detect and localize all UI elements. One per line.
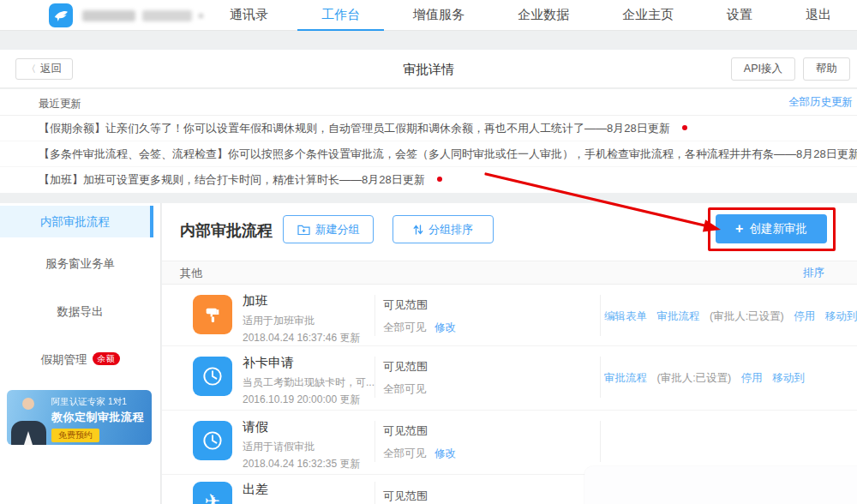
company-name-blurred <box>82 10 203 21</box>
scope-label: 可见范围 <box>383 423 456 439</box>
nav-settings[interactable]: 设置 <box>727 0 752 31</box>
notice-text: 【加班】加班可设置更多规则，结合打卡时间，精准计算时长——8月28日更新 <box>39 173 425 186</box>
approval-updated-time: 2018.04.24 16:32:35 更新 <box>243 457 360 471</box>
blur-overlay <box>584 466 857 504</box>
all-history-updates-link[interactable]: 全部历史更新 <box>788 89 853 116</box>
modify-scope-link[interactable]: 修改 <box>434 447 456 459</box>
disable-link[interactable]: 停用 <box>794 310 815 322</box>
approval-desc: 适用于加班审批 <box>243 314 360 328</box>
paint-roller-icon <box>193 295 232 334</box>
divider <box>375 421 375 462</box>
approval-desc: 当员工考勤出现缺卡时，可... <box>243 375 375 390</box>
toolbar: 〈返回 审批详情 API接入 帮助 <box>0 50 857 88</box>
nav-enterprise-homepage[interactable]: 企业主页 <box>622 0 674 31</box>
content-title: 内部审批流程 <box>180 220 273 241</box>
modify-scope-link[interactable]: 修改 <box>434 321 456 333</box>
recent-updates-label: 最近更新 <box>39 98 81 110</box>
divider <box>600 357 601 398</box>
approver-set-note: (审批人:已设置) <box>656 372 731 384</box>
nav-workbench[interactable]: 工作台 <box>321 0 360 31</box>
ad-subtitle: 阿里认证专家 1对1 <box>51 396 144 408</box>
approval-row-leave: 请假 适用于请假审批 2018.04.24 16:32:35 更新 可见范围 全… <box>162 411 857 475</box>
nav-enterprise-data[interactable]: 企业数据 <box>518 0 569 31</box>
clock-icon <box>193 357 232 396</box>
approval-title: 补卡申请 <box>243 355 375 371</box>
sidebar: 内部审批流程 服务窗业务单 数据导出 假期管理余额 阿里认证专家 1对1 教你定… <box>0 203 161 504</box>
nav-value-added-services[interactable]: 增值服务 <box>413 0 464 31</box>
consultant-photo <box>22 398 34 410</box>
sidebar-item-internal-approval[interactable]: 内部审批流程 <box>0 206 153 237</box>
sidebar-item-label: 假期管理 <box>41 353 87 366</box>
new-group-label: 新建分组 <box>315 222 360 237</box>
recent-updates-panel: 最近更新 全部历史更新 【假期余额】让亲们久等了！你可以设置年假和调休规则，自动… <box>0 89 857 193</box>
move-to-link[interactable]: 移动到 <box>825 310 857 322</box>
scope-value: 全部可见 <box>383 383 426 395</box>
group-header: 其他 排序 <box>162 261 857 285</box>
approval-flow-link[interactable]: 审批流程 <box>604 372 647 384</box>
approval-row-card-replacement: 补卡申请 当员工考勤出现缺卡时，可... 2016.10.19 20:00:00… <box>162 346 857 411</box>
approval-title: 出差 <box>243 482 268 498</box>
scope-value: 全部可见 <box>383 321 426 333</box>
create-approval-button[interactable]: +创建新审批 <box>716 214 827 243</box>
api-access-button[interactable]: API接入 <box>731 57 795 81</box>
disable-link[interactable]: 停用 <box>741 372 763 384</box>
plus-icon: + <box>735 221 743 236</box>
approval-flow-link[interactable]: 审批流程 <box>656 310 699 322</box>
nav-contacts[interactable]: 通讯录 <box>230 0 268 31</box>
approver-set-note: (审批人:已设置) <box>710 310 784 322</box>
group-sort-button[interactable]: 分组排序 <box>393 215 494 243</box>
ad-title: 教你定制审批流程 <box>51 410 144 425</box>
scope-label: 可见范围 <box>383 489 428 504</box>
page-title: 审批详情 <box>0 50 857 88</box>
sidebar-item-data-export[interactable]: 数据导出 <box>0 296 160 327</box>
divider <box>375 482 375 504</box>
move-to-link[interactable]: 移动到 <box>772 372 805 384</box>
divider <box>375 295 375 336</box>
top-nav-items: 通讯录 工作台 增值服务 企业数据 企业主页 设置 退出 <box>230 0 831 31</box>
ad-banner[interactable]: 阿里认证专家 1对1 教你定制审批流程 免费预约 <box>7 390 152 445</box>
sidebar-item-label: 内部审批流程 <box>40 215 110 228</box>
approval-title: 请假 <box>243 419 360 435</box>
group-name: 其他 <box>180 267 202 279</box>
scope-label: 可见范围 <box>383 359 428 375</box>
sort-arrows-icon <box>413 224 423 236</box>
new-group-button[interactable]: 新建分组 <box>283 215 374 243</box>
divider <box>600 421 601 462</box>
top-nav: 通讯录 工作台 增值服务 企业数据 企业主页 设置 退出 <box>0 0 857 31</box>
group-sort-label: 分组排序 <box>428 222 473 237</box>
edit-form-link[interactable]: 编辑表单 <box>604 310 647 322</box>
divider <box>600 295 601 336</box>
notice-text: 【多条件审批流程、会签、流程检查】你可以按照多个条件设置审批流，会签（多人同时审… <box>39 147 857 160</box>
update-notice: 【假期余额】让亲们久等了！你可以设置年假和调休规则，自动管理员工假期和调休余额，… <box>0 116 857 141</box>
update-notice: 【加班】加班可设置更多规则，结合打卡时间，精准计算时长——8月28日更新 <box>0 167 857 193</box>
balance-badge: 余额 <box>93 352 120 365</box>
approval-updated-time: 2016.10.19 20:00:00 更新 <box>243 393 375 407</box>
update-notice: 【多条件审批流程、会签、流程检查】你可以按照多个条件设置审批流，会签（多人同时审… <box>0 141 857 167</box>
scope-value: 全部可见 <box>383 447 426 459</box>
notice-text: 【假期余额】让亲们久等了！你可以设置年假和调休规则，自动管理员工假期和调休余额，… <box>39 122 670 135</box>
main-content: 内部审批流程 新建分组 分组排序 +创建新审批 其他 排序 加班 适用于加班审批… <box>162 203 857 504</box>
approval-updated-time: 2018.04.24 16:37:46 更新 <box>243 331 360 345</box>
sidebar-item-label: 服务窗业务单 <box>45 257 115 270</box>
sidebar-item-holiday-management[interactable]: 假期管理余额 <box>0 344 160 375</box>
scope-label: 可见范围 <box>383 297 456 313</box>
approval-desc: 适用于请假审批 <box>243 440 360 454</box>
approval-row-overtime: 加班 适用于加班审批 2018.04.24 16:37:46 更新 可见范围 全… <box>162 285 857 346</box>
help-button[interactable]: 帮助 <box>803 57 850 81</box>
folder-plus-icon <box>297 224 310 235</box>
red-dot-icon <box>682 125 687 130</box>
red-dot-icon <box>437 177 442 182</box>
sidebar-item-label: 数据导出 <box>57 305 104 318</box>
nav-logout[interactable]: 退出 <box>806 0 831 31</box>
free-booking-button[interactable]: 免费预约 <box>51 429 99 442</box>
dingtalk-logo-icon[interactable] <box>49 3 73 27</box>
divider <box>375 357 375 398</box>
approval-title: 加班 <box>243 293 360 309</box>
sidebar-item-service-window[interactable]: 服务窗业务单 <box>0 248 160 279</box>
create-approval-label: 创建新审批 <box>749 222 807 235</box>
sort-link[interactable]: 排序 <box>803 261 824 284</box>
clock-icon <box>193 421 232 460</box>
airplane-icon: ✈ <box>193 482 232 504</box>
